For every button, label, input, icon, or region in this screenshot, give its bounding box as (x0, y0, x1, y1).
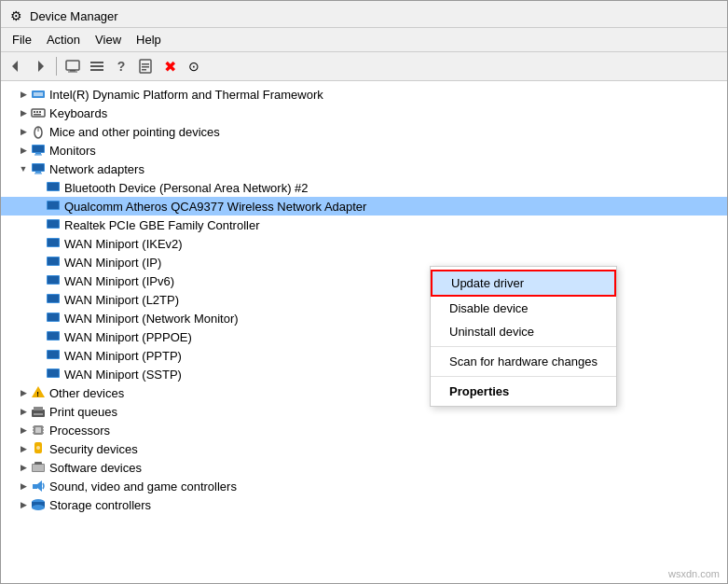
tree-item-wan-ipv6[interactable]: ▶ WAN Miniport (IPv6) (1, 271, 727, 290)
expander-print[interactable]: ▶ (16, 404, 31, 419)
tree-item-network-adapters[interactable]: ▼ Network adapters (1, 160, 727, 178)
uninstall-button[interactable]: ✖ (158, 55, 181, 77)
svg-rect-38 (48, 257, 59, 265)
expander-storage[interactable]: ▶ (16, 497, 31, 512)
tree-item-bluetooth[interactable]: ▶ Bluetooth Device (Personal Area Networ… (1, 178, 727, 197)
svg-point-73 (32, 505, 45, 510)
tree-item-qualcomm[interactable]: ▶ Qualcomm Atheros QCA9377 Wireless Netw… (1, 197, 727, 216)
tree-item-monitors[interactable]: ▶ Monitors (1, 141, 727, 160)
device-tree[interactable]: ▶ Intel(R) Dynamic Platform and Thermal … (1, 81, 727, 583)
tree-item-mice[interactable]: ▶ Mice and other pointing devices (1, 122, 727, 141)
svg-rect-44 (48, 313, 59, 321)
context-menu-properties[interactable]: Properties (431, 380, 616, 403)
tree-item-wan-ikev2[interactable]: ▶ WAN Miniport (IKEv2) (1, 234, 727, 253)
svg-rect-16 (36, 111, 38, 113)
tree-item-realtek[interactable]: ▶ Realtek PCIe GBE Family Controller (1, 216, 727, 234)
context-menu-separator (431, 346, 616, 347)
label-wan-ipv6: WAN Miniport (IPv6) (64, 274, 174, 288)
tree-item-intel-platform[interactable]: ▶ Intel(R) Dynamic Platform and Thermal … (1, 85, 727, 104)
svg-point-65 (36, 446, 40, 450)
tree-item-wan-ip[interactable]: ▶ WAN Miniport (IP) (1, 253, 727, 271)
icon-wan-ikev2 (46, 236, 61, 251)
svg-rect-34 (48, 220, 59, 228)
icon-qualcomm (46, 199, 61, 214)
tree-item-wan-pppoe[interactable]: ▶ WAN Miniport (PPPOE) (1, 327, 727, 346)
svg-rect-32 (48, 202, 59, 209)
tree-item-wan-sstp[interactable]: ▶ WAN Miniport (SSTP) (1, 365, 727, 383)
svg-rect-24 (34, 155, 42, 156)
back-button[interactable] (5, 55, 27, 77)
expander-network[interactable]: ▼ (16, 161, 31, 176)
expander-security[interactable]: ▶ (16, 441, 31, 456)
icon-other: ! (31, 385, 46, 400)
svg-rect-2 (66, 61, 79, 70)
icon-network (31, 161, 46, 176)
tree-item-wan-l2tp[interactable]: ▶ WAN Miniport (L2TP) (1, 290, 727, 309)
svg-rect-67 (33, 465, 44, 471)
label-wan-ip: WAN Miniport (IP) (64, 256, 161, 270)
tree-item-wan-netmonitor[interactable]: ▶ WAN Miniport (Network Monitor) (1, 309, 727, 327)
icon-wan-l2tp (46, 292, 61, 307)
svg-rect-6 (90, 65, 103, 67)
expander-processors[interactable]: ▶ (16, 423, 31, 438)
svg-rect-14 (32, 109, 45, 117)
computer-button[interactable] (62, 55, 84, 77)
expander-intel[interactable]: ▶ (16, 87, 31, 102)
tree-item-security[interactable]: ▶ Security devices (1, 439, 727, 458)
svg-rect-11 (142, 69, 146, 71)
icon-bluetooth (46, 180, 61, 195)
tree-item-sound[interactable]: ▶ Sound, video and game controllers (1, 477, 727, 495)
label-security: Security devices (49, 442, 138, 456)
icon-mice (31, 124, 46, 139)
tree-item-other-devices[interactable]: ▶ ! Other devices (1, 383, 727, 402)
expander-mice[interactable]: ▶ (16, 124, 31, 139)
expander-other[interactable]: ▶ (16, 385, 31, 400)
svg-rect-46 (48, 332, 59, 340)
list-button[interactable] (86, 55, 108, 77)
svg-rect-69 (33, 484, 37, 489)
svg-rect-40 (48, 276, 59, 284)
icon-wan-ip (46, 255, 61, 270)
expander-keyboards[interactable]: ▶ (16, 105, 31, 120)
menu-action[interactable]: Action (39, 30, 88, 49)
context-menu-disable-device[interactable]: Disable device (431, 297, 616, 320)
label-wan-pppoe: WAN Miniport (PPPOE) (64, 330, 192, 344)
scan-button[interactable]: ⊙ (183, 55, 205, 77)
label-sound: Sound, video and game controllers (49, 480, 237, 494)
menu-file[interactable]: File (5, 30, 39, 49)
expander-monitors[interactable]: ▶ (16, 143, 31, 158)
tree-item-processors[interactable]: ▶ Processors (1, 421, 727, 439)
label-mice: Mice and other pointing devices (49, 125, 220, 139)
expander-sound[interactable]: ▶ (16, 479, 31, 494)
icon-intel (31, 87, 46, 102)
label-bluetooth: Bluetooth Device (Personal Area Network)… (64, 181, 309, 195)
tree-item-software[interactable]: ▶ Software devices (1, 458, 727, 477)
svg-rect-36 (48, 239, 59, 246)
tree-item-print-queues[interactable]: ▶ Print queues (1, 402, 727, 421)
tree-item-wan-pptp[interactable]: ▶ WAN Miniport (PPTP) (1, 346, 727, 365)
context-menu-update-driver[interactable]: Update driver (431, 270, 616, 297)
label-network: Network adapters (49, 162, 144, 176)
svg-rect-17 (39, 111, 41, 113)
properties-button[interactable] (134, 55, 157, 77)
tree-item-keyboards[interactable]: ▶ Keyboards (1, 104, 727, 122)
context-menu-scan-changes[interactable]: Scan for hardware changes (431, 350, 616, 373)
menu-help[interactable]: Help (129, 30, 169, 49)
help-button[interactable]: ? (110, 55, 132, 77)
toolbar: ? ✖ ⊙ (1, 52, 727, 81)
tree-item-storage[interactable]: ▶ Storage controllers (1, 495, 727, 514)
icon-realtek (46, 217, 61, 232)
context-menu-uninstall-device[interactable]: Uninstall device (431, 320, 616, 343)
svg-rect-5 (90, 62, 103, 63)
expander-software[interactable]: ▶ (16, 460, 31, 475)
svg-rect-10 (142, 66, 149, 68)
svg-rect-3 (70, 70, 76, 72)
context-menu-separator-2 (431, 376, 616, 377)
svg-rect-9 (142, 63, 149, 65)
forward-button[interactable] (29, 55, 51, 77)
icon-processors (31, 423, 46, 438)
menu-view[interactable]: View (88, 30, 129, 49)
icon-security (31, 441, 46, 456)
svg-rect-42 (48, 295, 59, 302)
icon-software (31, 460, 46, 475)
